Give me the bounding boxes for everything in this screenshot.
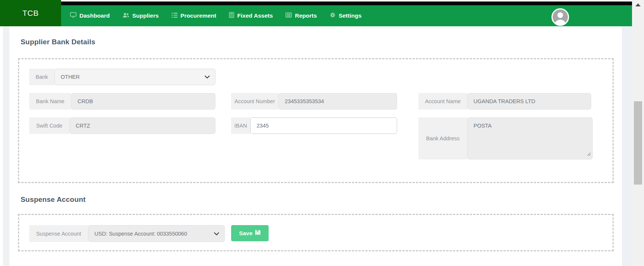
nav-item-dashboard[interactable]: Dashboard (70, 12, 110, 20)
swift-code-input[interactable] (69, 117, 215, 134)
swift-code-field-group: Swift Code (29, 117, 215, 134)
nav-item-suppliers[interactable]: Suppliers (123, 12, 159, 20)
app-logo[interactable]: TCB (0, 0, 61, 26)
iban-field-group: IBAN (231, 117, 397, 134)
iban-label: IBAN (231, 117, 250, 134)
nav-item-label: Dashboard (79, 12, 110, 19)
suspense-account-label: Suspense Account (29, 225, 88, 242)
nav-item-label: Settings (339, 12, 362, 19)
account-number-field-group: Account Number (231, 93, 397, 110)
bank-address-wrap: POSTA (467, 117, 593, 159)
vertical-scrollbar[interactable] (632, 0, 644, 266)
account-name-field-group: Account Name (418, 93, 591, 110)
nav-item-fixed-assets[interactable]: Fixed Assets (229, 12, 273, 20)
bank-label: Bank (29, 69, 54, 85)
account-number-input[interactable] (278, 93, 397, 110)
nav-item-settings[interactable]: Settings (330, 12, 362, 20)
scrollbar-thumb[interactable] (634, 101, 642, 185)
iban-input[interactable] (250, 117, 397, 134)
account-name-input[interactable] (467, 93, 591, 110)
nav-item-reports[interactable]: Reports (285, 12, 317, 19)
top-black-strip (61, 2, 632, 5)
save-button-label: Save (239, 230, 253, 237)
nav-item-label: Fixed Assets (237, 12, 273, 19)
account-name-label: Account Name (418, 93, 467, 110)
suspense-account-select[interactable]: USD: Suspense Account: 0033550060 (88, 225, 225, 242)
reports-icon (285, 12, 292, 19)
bank-field-group: Bank OTHER (29, 69, 215, 85)
settings-icon (330, 12, 336, 20)
account-number-label: Account Number (231, 93, 278, 110)
bank-address-label: Bank Address (418, 117, 467, 159)
floppy-disk-icon (255, 230, 261, 237)
page: Dashboard Suppliers Procurement Fixed As… (0, 0, 644, 266)
nav-item-label: Suppliers (132, 12, 159, 19)
right-gutter (622, 26, 632, 266)
suspense-account-title: Suspense Account (21, 195, 86, 204)
nav-menu: Dashboard Suppliers Procurement Fixed As… (70, 5, 362, 26)
bank-name-field-group: Bank Name (29, 93, 215, 110)
left-gutter (3, 26, 9, 266)
swift-code-label: Swift Code (29, 117, 69, 134)
bank-address-textarea[interactable]: POSTA (467, 117, 593, 159)
bank-address-field-group: Bank Address POSTA (418, 117, 593, 159)
bank-name-label: Bank Name (29, 93, 71, 110)
main-navbar: Dashboard Suppliers Procurement Fixed As… (0, 5, 632, 26)
fixed-assets-icon (229, 12, 234, 20)
save-button[interactable]: Save (231, 225, 269, 241)
nav-item-procurement[interactable]: Procurement (172, 12, 217, 20)
nav-item-label: Reports (295, 12, 317, 19)
suspense-account-field-group: Suspense Account USD: Suspense Account: … (29, 225, 225, 242)
bank-name-input[interactable] (71, 93, 215, 110)
bank-select-wrap: OTHER (54, 69, 215, 85)
suspense-account-select-wrap: USD: Suspense Account: 0033550060 (88, 225, 225, 242)
user-avatar-icon[interactable] (551, 8, 569, 26)
procurement-icon (172, 12, 178, 20)
dashboard-icon (70, 12, 76, 20)
supplier-bank-details-title: Supplier Bank Details (21, 38, 96, 46)
scroll-up-arrow-icon[interactable] (635, 3, 641, 6)
nav-item-label: Procurement (181, 12, 217, 19)
bank-select[interactable]: OTHER (54, 69, 215, 85)
suppliers-icon (123, 12, 129, 20)
